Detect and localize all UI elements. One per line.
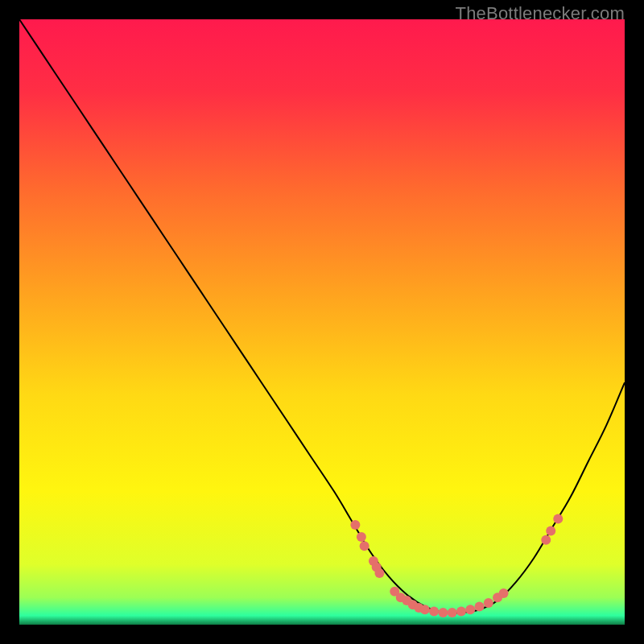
marker-point [448,608,457,617]
marker-point [374,568,384,578]
marker-point [484,598,493,608]
marker-point [553,514,563,523]
chart-background [19,19,625,625]
chart-frame [19,19,625,625]
marker-point [475,601,485,611]
marker-point [499,588,509,598]
bottleneck-chart [19,19,625,625]
marker-point [465,605,475,614]
marker-point [438,608,448,617]
marker-point [360,541,369,551]
marker-point [429,606,439,616]
marker-point [541,535,551,545]
marker-point [420,605,430,614]
marker-point [350,520,360,530]
watermark-text: TheBottlenecker.com [456,3,625,24]
marker-point [357,532,366,542]
marker-point [546,526,555,535]
marker-point [456,606,466,616]
